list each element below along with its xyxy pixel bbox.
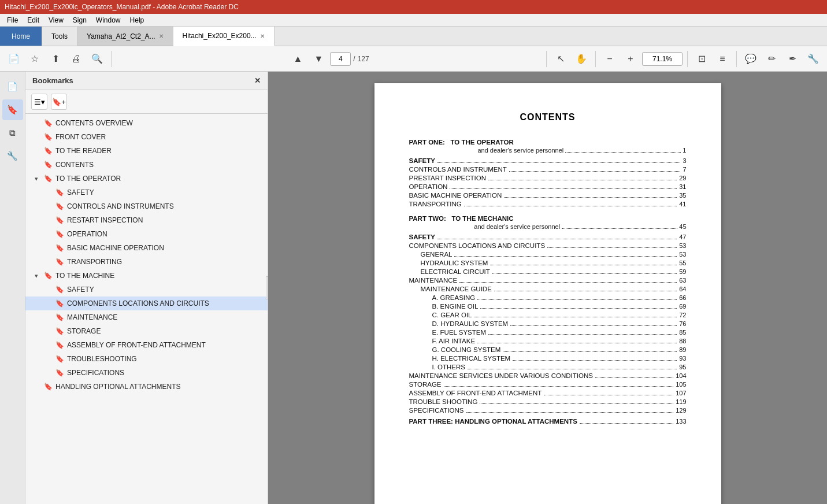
comment-button[interactable]: 💬	[741, 50, 760, 68]
bookmark-item-contents-overview[interactable]: 🔖CONTENTS OVERVIEW	[25, 116, 268, 130]
bookmark-label-basic-machine-op: BASIC MACHINE OPERATION	[67, 244, 263, 252]
bookmark-toggle-to-the-machine[interactable]: ▾	[32, 272, 40, 280]
bookmark-icon-contents: 🔖	[44, 161, 52, 169]
cursor-tool-button[interactable]: ↖	[551, 50, 570, 68]
create-button[interactable]: 📄	[5, 50, 23, 68]
nav-controls: ▲ ▼ / 127	[288, 50, 369, 68]
left-icon-page[interactable]: 📄	[2, 76, 23, 97]
bookmark-icon-to-the-operator: 🔖	[44, 175, 52, 183]
menu-view[interactable]: View	[44, 15, 68, 25]
bookmark-icon-handling-optional: 🔖	[44, 383, 52, 391]
bookmark-item-handling-optional[interactable]: 🔖HANDLING OPTIONAL ATTACHMENTS	[25, 380, 268, 394]
toc-title: CONTENTS	[409, 112, 687, 123]
left-icon-bookmark[interactable]: 🔖	[2, 99, 23, 120]
bookmark-icon-restart-inspection: 🔖	[55, 216, 64, 224]
pdf-area[interactable]: CONTENTS PART ONE: TO THE OPERATOR and d…	[268, 72, 827, 504]
zoom-out-button[interactable]: −	[600, 50, 619, 68]
toc-entry: CONTROLS AND INSTRUMENT7	[409, 166, 687, 173]
menu-file[interactable]: File	[2, 15, 23, 25]
zoom-in-button[interactable]: +	[621, 50, 640, 68]
bookmark-item-to-the-reader[interactable]: 🔖TO THE READER	[25, 144, 268, 158]
menu-window[interactable]: Window	[91, 15, 125, 25]
bookmark-icon-front-cover: 🔖	[44, 133, 52, 141]
toc-entry: B. ENGINE OIL69	[409, 303, 687, 310]
bookmark-button[interactable]: ☆	[25, 50, 44, 68]
toc-entry: E. FUEL SYSTEM85	[409, 329, 687, 336]
sidebar-title: Bookmarks	[32, 76, 73, 85]
bookmark-label-storage: STORAGE	[67, 327, 263, 335]
toc-entry: PRESTART INSPECTION29	[409, 175, 687, 182]
toc-entry: BASIC MACHINE OPERATION35	[409, 192, 687, 199]
toc-entry: H. ELECTRICAL SYSTEM93	[409, 355, 687, 362]
hand-tool-button[interactable]: ✋	[572, 50, 591, 68]
toc-part-one: PART ONE: TO THE OPERATOR	[409, 139, 687, 146]
bookmark-item-components-locations[interactable]: 🔖COMPONENTS LOCATIONS AND CIRCUITS	[25, 297, 268, 310]
page-number-input[interactable]	[330, 52, 351, 66]
toc-entry: SAFETY3	[409, 157, 687, 165]
bookmark-item-storage[interactable]: 🔖STORAGE	[25, 324, 268, 338]
bookmark-label-to-the-operator: TO THE OPERATOR	[55, 175, 263, 183]
toc-entry: F. AIR INTAKE88	[409, 338, 687, 345]
bookmark-item-operation[interactable]: 🔖OPERATION	[25, 227, 268, 241]
sign-button[interactable]: ✒	[783, 50, 802, 68]
highlight-button[interactable]: ✏	[762, 50, 781, 68]
tab-hitachi-label: Hitachi_Ex200_Ex200...	[183, 32, 257, 40]
menu-sign[interactable]: Sign	[68, 15, 91, 25]
bookmark-label-handling-optional: HANDLING OPTIONAL ATTACHMENTS	[55, 383, 263, 391]
bookmark-item-maintenance[interactable]: 🔖MAINTENANCE	[25, 310, 268, 324]
toolbar-sep-3	[595, 51, 596, 67]
bookmark-item-basic-machine-op[interactable]: 🔖BASIC MACHINE OPERATION	[25, 241, 268, 255]
bookmark-item-assembly-front-end[interactable]: 🔖ASSEMBLY OF FRONT-END ATTACHMENT	[25, 338, 268, 352]
left-icon-tools[interactable]: 🔧	[2, 146, 23, 166]
tab-tools[interactable]: Tools	[42, 27, 77, 46]
bookmark-item-transporting[interactable]: 🔖TRANSPORTING	[25, 255, 268, 269]
bookmark-icon-basic-machine-op: 🔖	[55, 244, 64, 252]
toc-entry: STORAGE105	[409, 381, 687, 388]
bookmark-item-to-the-machine[interactable]: ▾🔖TO THE MACHINE	[25, 269, 268, 283]
toolbar-sep-1	[111, 51, 112, 67]
upload-button[interactable]: ⬆	[46, 50, 65, 68]
bookmark-item-front-cover[interactable]: 🔖FRONT COVER	[25, 130, 268, 144]
toc-entry: A. GREASING66	[409, 294, 687, 302]
zoom-input[interactable]	[642, 52, 683, 66]
fit-page-button[interactable]: ⊡	[692, 50, 711, 68]
toc-entry: MAINTENANCE SERVICES UNDER VARIOUS CONDI…	[409, 372, 687, 380]
menu-help[interactable]: Help	[125, 15, 149, 25]
bookmark-label-to-the-reader: TO THE READER	[55, 147, 263, 155]
bookmark-item-controls-instruments[interactable]: 🔖CONTROLS AND INSTRUMENTS	[25, 199, 268, 213]
page-down-button[interactable]: ▼	[309, 50, 328, 68]
bookmark-item-to-the-operator[interactable]: ▾🔖TO THE OPERATOR	[25, 172, 268, 186]
toc-entry: COMPONENTS LOCATIONS AND CIRCUITS53	[409, 242, 687, 250]
bookmark-icon-safety-mach: 🔖	[55, 286, 64, 294]
tab-home-label: Home	[12, 32, 30, 40]
find-button[interactable]: 🔍	[88, 50, 106, 68]
left-icon-layers[interactable]: ⧉	[2, 123, 23, 143]
sidebar-add-btn[interactable]: 🔖+	[51, 94, 67, 110]
tab-hitachi-close[interactable]: ✕	[260, 33, 265, 39]
tab-yamaha-close[interactable]: ✕	[159, 33, 164, 39]
bookmark-label-specifications: SPECIFICATIONS	[67, 369, 263, 377]
toc-entry: ELECTRICAL CIRCUIT59	[409, 268, 687, 276]
bookmark-item-troubleshooting[interactable]: 🔖TROUBLESHOOTING	[25, 352, 268, 366]
sidebar-collapse-handle[interactable]: ◀	[266, 276, 268, 299]
bookmark-item-specifications[interactable]: 🔖SPECIFICATIONS	[25, 366, 268, 380]
bookmark-item-safety-mach[interactable]: 🔖SAFETY	[25, 283, 268, 297]
scroll-mode-button[interactable]: ≡	[713, 50, 732, 68]
bookmark-icon-contents-overview: 🔖	[44, 119, 52, 127]
bookmark-item-safety-op[interactable]: 🔖SAFETY	[25, 186, 268, 199]
toc-entry: HYDRAULIC SYSTEM55	[409, 260, 687, 267]
bookmark-item-contents[interactable]: 🔖CONTENTS	[25, 158, 268, 172]
page-up-button[interactable]: ▲	[288, 50, 307, 68]
tab-home[interactable]: Home	[0, 27, 42, 46]
sidebar-menu-btn[interactable]: ☰▾	[31, 94, 47, 110]
sidebar: Bookmarks ✕ ☰▾ 🔖+ 🔖CONTENTS OVERVIEW🔖FRO…	[25, 72, 268, 504]
tab-hitachi[interactable]: Hitachi_Ex200_Ex200... ✕	[173, 27, 275, 46]
bookmark-toggle-to-the-operator[interactable]: ▾	[32, 175, 40, 183]
tab-yamaha[interactable]: Yamaha_At2_Ct2_A... ✕	[77, 27, 173, 46]
more-tools-button[interactable]: 🔧	[804, 50, 822, 68]
menu-edit[interactable]: Edit	[23, 15, 44, 25]
bookmark-item-restart-inspection[interactable]: 🔖RESTART INSPECTION	[25, 213, 268, 227]
sidebar-close-button[interactable]: ✕	[254, 76, 261, 85]
print-button[interactable]: 🖨	[67, 50, 86, 68]
bookmark-label-contents-overview: CONTENTS OVERVIEW	[55, 119, 263, 127]
